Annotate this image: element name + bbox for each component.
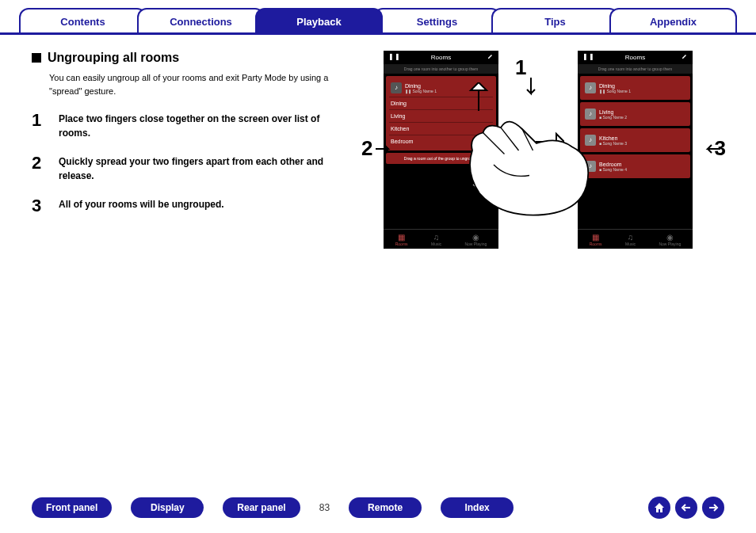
step-3: 3 All of your rooms will be ungrouped. [32, 197, 352, 215]
phone-header: ❚❚ Rooms [384, 51, 498, 64]
step-2: 2 Quickly spread your two fingers apart … [32, 154, 352, 183]
room-name: Dining [391, 101, 407, 106]
room-name: Kitchen [391, 126, 409, 131]
bottom-nav: Front panel Display Rear panel 83 Remote… [0, 497, 756, 519]
step-text: Place two fingers close together on the … [59, 112, 352, 140]
room-name: Bedroom [391, 139, 413, 144]
next-page-button[interactable] [702, 497, 724, 519]
home-button[interactable] [648, 497, 670, 519]
step-text: All of your rooms will be ungrouped. [59, 197, 352, 215]
section-marker-icon [32, 53, 41, 63]
phone-subheader: Drag one room into another to group them [578, 64, 693, 74]
callout-number-2: 2 [361, 136, 372, 161]
phone-after: ❚❚ Rooms Drag one room into another to g… [578, 51, 693, 249]
hand-gesture-icon [451, 90, 594, 225]
phone-footer: ▦Rooms ♫Music ◉Now Playing [384, 229, 498, 249]
tab-tips[interactable]: Tips [491, 8, 619, 32]
illustration-area: ❚❚ Rooms Drag one room into another to g… [376, 51, 724, 229]
top-tabs: Contents Connections Playback Settings T… [0, 0, 756, 35]
remote-button[interactable]: Remote [349, 497, 422, 518]
room-name: Dining [599, 83, 615, 89]
song-name: Song Name 2 [602, 115, 627, 120]
arrow-right-icon [376, 144, 393, 155]
step-number: 2 [32, 154, 48, 183]
room-name: Living [391, 113, 405, 119]
room-name: Kitchen [599, 135, 617, 141]
phone-title: Rooms [431, 54, 451, 61]
speaker-icon: ♪ [391, 82, 402, 93]
phone-footer: ▦Rooms ♫Music ◉Now Playing [578, 229, 693, 249]
pause-icon: ❚❚ [582, 53, 595, 60]
tab-playback[interactable]: Playback [255, 8, 383, 32]
tab-contents[interactable]: Contents [19, 8, 147, 32]
phone-header: ❚❚ Rooms [578, 51, 693, 64]
footer-tab-music: ♫Music [431, 233, 441, 246]
song-name: Song Name 1 [606, 89, 631, 93]
song-name: Song Name 4 [602, 167, 627, 172]
step-number: 3 [32, 197, 48, 215]
room-name: Dining [405, 83, 421, 89]
phone-title: Rooms [625, 54, 645, 61]
footer-tab-music: ♫Music [625, 233, 636, 246]
footer-tab-rooms: ▦Rooms [590, 233, 602, 246]
display-button[interactable]: Display [131, 497, 204, 518]
pause-icon: ❚❚ [388, 53, 401, 60]
footer-tab-nowplaying: ◉Now Playing [464, 233, 487, 246]
arrow-left-icon [703, 144, 720, 155]
index-button[interactable]: Index [441, 497, 514, 518]
step-text: Quickly spread your two fingers apart fr… [59, 154, 352, 183]
room-name: Bedroom [599, 162, 621, 167]
footer-tab-nowplaying: ◉Now Playing [659, 233, 681, 246]
song-name: Song Name 1 [412, 89, 437, 93]
step-number: 1 [32, 112, 48, 140]
room-name: Living [599, 109, 613, 115]
prev-page-button[interactable] [675, 497, 697, 519]
phone-subheader: Drag one room into another to group them [384, 64, 498, 74]
section-intro: You can easily ungroup all of your rooms… [32, 71, 352, 97]
tab-connections[interactable]: Connections [137, 8, 265, 32]
front-panel-button[interactable]: Front panel [32, 497, 112, 518]
rear-panel-button[interactable]: Rear panel [223, 497, 300, 518]
footer-tab-rooms: ▦Rooms [395, 233, 408, 246]
step-1: 1 Place two fingers close together on th… [32, 112, 352, 140]
callout-number-1: 1 [515, 55, 526, 80]
tab-settings[interactable]: Settings [373, 8, 501, 32]
section-heading: Ungrouping all rooms [48, 51, 179, 65]
tab-appendix[interactable]: Appendix [609, 8, 737, 32]
edit-icon [487, 53, 494, 61]
page-number: 83 [319, 502, 330, 513]
edit-icon [682, 53, 688, 61]
song-name: Song Name 3 [602, 141, 627, 146]
